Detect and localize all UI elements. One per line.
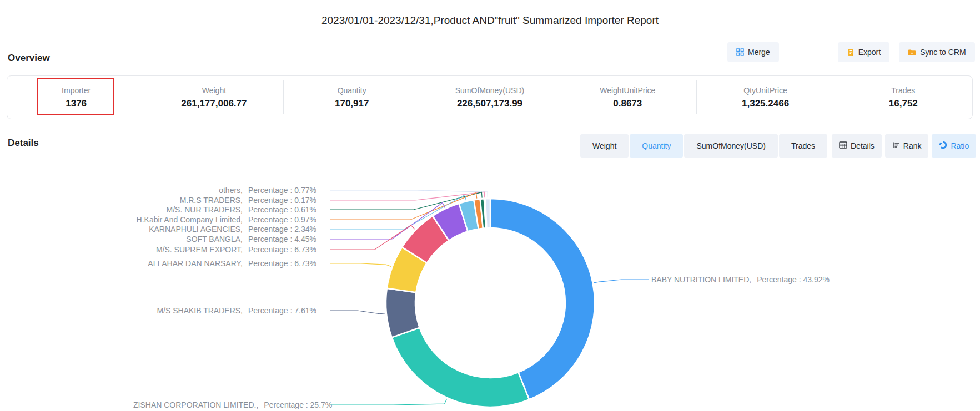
chart-label-name: KARNAPHULI AGENCIES, [133, 224, 243, 235]
chart-label-percentage: Percentage : 6.73% [248, 244, 328, 255]
stat-trades: Trades 16,752 [835, 76, 972, 119]
details-heading: Details [8, 138, 39, 149]
stat-label: WeightUnitPrice [600, 86, 655, 95]
label-leader-line [330, 399, 447, 405]
rank-chart-icon [892, 141, 900, 150]
stat-value: 170,917 [335, 98, 369, 109]
chart-label-percentage: Percentage : 0.77% [248, 185, 328, 196]
sync-button-label: Sync to CRM [920, 48, 966, 57]
stat-value: 261,177,006.77 [181, 98, 247, 109]
chart-label-percentage: Percentage : 25.7% [264, 399, 332, 410]
merge-button-label: Merge [748, 48, 770, 57]
chart-label-name: BABY NUTRITION LIMITED, [651, 274, 751, 285]
chart-label: SOFT BANGLA, Percentage : 4.45% [133, 234, 328, 245]
sync-folder-icon [908, 49, 916, 56]
action-buttons: Merge Export Sync to CRM [727, 42, 975, 62]
stat-quantity: Quantity 170,917 [283, 76, 421, 119]
chart-label-percentage: Percentage : 2.34% [248, 224, 328, 235]
donut-slice[interactable] [485, 199, 490, 228]
chart-label: ALLAHAR DAN NARSARY, Percentage : 6.73% [133, 258, 328, 269]
stat-label: Weight [202, 86, 226, 95]
ratio-donut-chart: others, Percentage : 0.77% M.R.S TRADERS… [0, 159, 980, 411]
tab-details-label: Details [851, 141, 875, 150]
overview-stats-card: Importer 1376 Weight 261,177,006.77 Quan… [7, 75, 973, 119]
stat-weight-unit-price: WeightUnitPrice 0.8673 [559, 76, 696, 119]
stat-value: 16,752 [889, 98, 918, 109]
chart-label-name: others, [133, 185, 243, 196]
chart-label-name: ALLAHAR DAN NARSARY, [133, 258, 243, 269]
export-button-label: Export [858, 48, 881, 57]
chart-label: M/S. SUPREM EXPORT, Percentage : 6.73% [133, 244, 328, 255]
label-leader-line [330, 311, 385, 314]
chart-label: M/S. NUR TRADERS, Percentage : 0.61% [133, 204, 328, 215]
importer-report-page: 2023/01/01-2023/12/31,Product AND"fruit"… [0, 0, 980, 411]
metric-tab-bar: Weight Quantity SumOfMoney(USD) Trades [580, 134, 827, 158]
chart-label-percentage: Percentage : 7.61% [248, 305, 328, 316]
chart-label-percentage: Percentage : 0.61% [248, 204, 328, 215]
donut-slice[interactable] [386, 288, 420, 338]
stat-importer: Importer 1376 [7, 76, 145, 119]
tab-weight[interactable]: Weight [580, 134, 629, 158]
export-file-icon [847, 48, 855, 57]
stat-qty-unit-price: QtyUnitPrice 1,325.2466 [696, 76, 834, 119]
tab-ratio-label: Ratio [951, 141, 969, 150]
chart-label-name: M/S. NUR TRADERS, [133, 204, 243, 215]
stat-value: 1,325.2466 [742, 98, 789, 109]
tab-rank-view[interactable]: Rank [885, 134, 929, 158]
tab-rank-label: Rank [903, 141, 922, 150]
donut-slice[interactable] [392, 328, 529, 407]
label-leader-line [594, 280, 649, 283]
chart-label-name: M/S SHAKIB TRADERS, [133, 305, 243, 316]
chart-label-percentage: Percentage : 4.45% [248, 234, 328, 245]
donut-slice[interactable] [490, 199, 595, 399]
export-button[interactable]: Export [838, 42, 889, 62]
stat-label: Importer [62, 86, 91, 95]
tab-quantity[interactable]: Quantity [630, 134, 683, 158]
chart-label-percentage: Percentage : 43.92% [757, 274, 830, 285]
chart-label: KARNAPHULI AGENCIES, Percentage : 2.34% [133, 224, 328, 235]
stat-label: SumOfMoney(USD) [455, 86, 524, 95]
stat-value: 1376 [66, 98, 87, 109]
view-tab-bar: Details Rank Ratio [832, 134, 976, 158]
chart-label: M/S SHAKIB TRADERS, Percentage : 7.61% [133, 305, 328, 316]
stat-label: Quantity [338, 86, 366, 95]
tab-sum-of-money[interactable]: SumOfMoney(USD) [684, 134, 777, 158]
chart-label: others, Percentage : 0.77% [133, 185, 328, 196]
donut-chart-icon [939, 141, 947, 151]
label-leader-line [330, 263, 391, 267]
stat-label: QtyUnitPrice [743, 86, 787, 95]
chart-label-name: SOFT BANGLA, [133, 234, 243, 245]
sync-to-crm-button[interactable]: Sync to CRM [899, 42, 974, 62]
page-title: 2023/01/01-2023/12/31,Product AND"fruit"… [0, 14, 980, 27]
merge-button[interactable]: Merge [727, 42, 779, 62]
chart-label-name: ZISHAN CORPORATION LIMITED., [133, 399, 258, 410]
stat-sum-of-money: SumOfMoney(USD) 226,507,173.99 [421, 76, 559, 119]
merge-icon [736, 48, 744, 56]
chart-label: BABY NUTRITION LIMITED, Percentage : 43.… [651, 274, 830, 285]
stat-label: Trades [891, 86, 915, 95]
table-icon [839, 141, 847, 150]
stat-value: 0.8673 [613, 98, 642, 109]
stat-value: 226,507,173.99 [457, 98, 522, 109]
tab-trades[interactable]: Trades [779, 134, 827, 158]
tab-details-view[interactable]: Details [832, 134, 882, 158]
overview-heading: Overview [8, 53, 50, 64]
tab-ratio-view[interactable]: Ratio [932, 134, 976, 158]
stat-weight: Weight 261,177,006.77 [145, 76, 283, 119]
chart-label-name: M/S. SUPREM EXPORT, [133, 244, 243, 255]
chart-label-percentage: Percentage : 6.73% [248, 258, 328, 269]
chart-label: ZISHAN CORPORATION LIMITED., Percentage … [133, 399, 328, 410]
